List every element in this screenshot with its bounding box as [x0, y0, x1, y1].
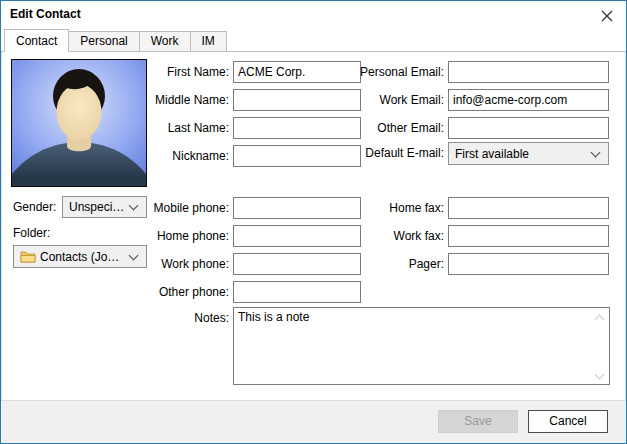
folder-icon — [20, 250, 36, 263]
default-email-value: First available — [455, 147, 529, 161]
edit-contact-dialog: Edit Contact Contact Personal Work IM — [0, 0, 627, 444]
last-name-label: Last Name: — [111, 117, 229, 139]
personal-email-label: Personal Email: — [331, 61, 444, 83]
other-phone-label: Other phone: — [111, 281, 229, 303]
pager-input[interactable] — [448, 253, 609, 275]
save-button[interactable]: Save — [438, 410, 518, 433]
button-bar: Save Cancel — [1, 400, 626, 443]
tab-personal[interactable]: Personal — [68, 31, 139, 51]
cancel-button[interactable]: Cancel — [528, 410, 608, 433]
dialog-title: Edit Contact — [10, 7, 81, 21]
middle-name-label: Middle Name: — [111, 89, 229, 111]
default-email-dropdown[interactable]: First available — [448, 142, 609, 165]
other-phone-input[interactable] — [233, 281, 361, 303]
mobile-phone-label: Mobile phone: — [111, 197, 229, 219]
default-email-label: Default E-mail: — [331, 142, 444, 164]
close-icon[interactable] — [599, 8, 615, 24]
work-fax-input[interactable] — [448, 225, 609, 247]
tab-im[interactable]: IM — [190, 31, 227, 51]
chevron-down-icon — [591, 147, 601, 157]
other-email-label: Other Email: — [331, 117, 444, 139]
notes-textarea[interactable]: This is a note — [233, 307, 610, 385]
work-email-label: Work Email: — [331, 89, 444, 111]
personal-email-input[interactable] — [448, 61, 609, 83]
work-fax-label: Work fax: — [331, 225, 444, 247]
nickname-label: Nickname: — [111, 145, 229, 167]
home-fax-label: Home fax: — [331, 197, 444, 219]
home-phone-label: Home phone: — [111, 225, 229, 247]
other-email-input[interactable] — [448, 117, 609, 139]
home-fax-input[interactable] — [448, 197, 609, 219]
tab-contact[interactable]: Contact — [4, 29, 69, 52]
title-bar: Edit Contact — [1, 1, 626, 29]
gender-label: Gender: — [13, 196, 56, 218]
work-phone-label: Work phone: — [111, 253, 229, 275]
folder-label: Folder: — [13, 222, 50, 244]
tab-work[interactable]: Work — [139, 31, 191, 51]
work-email-input[interactable] — [448, 89, 609, 111]
pager-label: Pager: — [331, 253, 444, 275]
tab-strip: Contact Personal Work IM — [1, 29, 626, 52]
first-name-label: First Name: — [111, 61, 229, 83]
notes-label: Notes: — [111, 307, 229, 329]
